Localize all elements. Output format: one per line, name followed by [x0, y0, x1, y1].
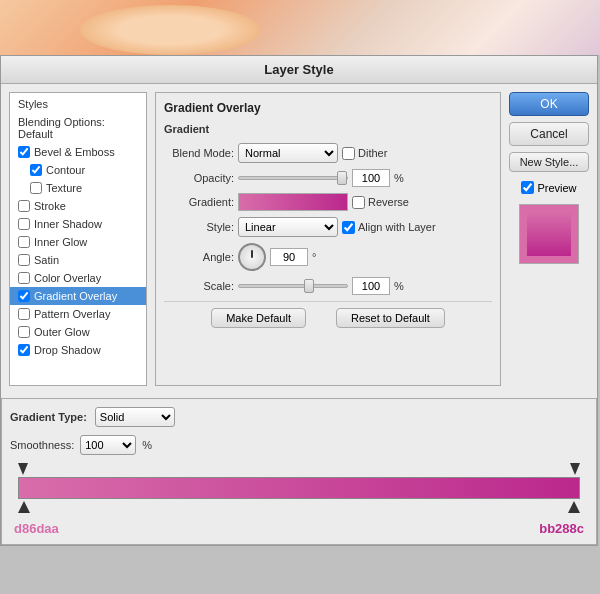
scale-label: Scale: [164, 280, 234, 292]
sidebar-item-contour[interactable]: Contour [10, 161, 146, 179]
sidebar-item-color-overlay[interactable]: Color Overlay [10, 269, 146, 287]
gradient-overlay-panel: Gradient Overlay Gradient Blend Mode: No… [155, 92, 501, 386]
contour-checkbox[interactable] [30, 164, 42, 176]
style-select[interactable]: Linear Radial Angle [238, 217, 338, 237]
scale-slider-container [238, 284, 348, 288]
texture-checkbox[interactable] [30, 182, 42, 194]
sidebar-item-texture[interactable]: Texture [10, 179, 146, 197]
satin-checkbox[interactable] [18, 254, 30, 266]
style-label: Style: [164, 221, 234, 233]
align-with-layer-checkbox[interactable] [342, 221, 355, 234]
dither-checkbox[interactable] [342, 147, 355, 160]
bevel-emboss-checkbox[interactable] [18, 146, 30, 158]
angle-label: Angle: [164, 251, 234, 263]
drop-shadow-checkbox[interactable] [18, 344, 30, 356]
stroke-label: Stroke [34, 200, 66, 212]
gradient-editor-panel: Gradient Type: Solid Noise Smoothness: 1… [1, 398, 597, 545]
gradient-preview[interactable] [238, 193, 348, 211]
opacity-field[interactable] [352, 169, 390, 187]
reverse-checkbox[interactable] [352, 196, 365, 209]
sidebar-item-outer-glow[interactable]: Outer Glow [10, 323, 146, 341]
sidebar-item-satin[interactable]: Satin [10, 251, 146, 269]
gradient-type-label: Gradient Type: [10, 411, 87, 423]
stop-marker-bottom-left[interactable] [18, 501, 30, 513]
layer-style-dialog: Layer Style Styles Blending Options: Def… [0, 55, 598, 546]
scale-percent: % [394, 280, 404, 292]
smoothness-row: Smoothness: 100 75 50 % [10, 435, 588, 455]
main-content-area: Gradient Overlay Gradient Blend Mode: No… [155, 92, 501, 386]
gradient-stop-top [18, 463, 580, 475]
top-image-decoration [0, 0, 600, 55]
inner-glow-label: Inner Glow [34, 236, 87, 248]
gradient-editor-header: Gradient Type: Solid Noise [10, 407, 588, 427]
gradient-overlay-checkbox[interactable] [18, 290, 30, 302]
align-with-layer-label: Align with Layer [342, 221, 436, 234]
layer-preview-inner [527, 212, 571, 256]
cancel-button[interactable]: Cancel [509, 122, 589, 146]
preview-checkbox[interactable] [521, 181, 534, 194]
smoothness-select[interactable]: 100 75 50 [80, 435, 136, 455]
sidebar-item-gradient-overlay[interactable]: Gradient Overlay [10, 287, 146, 305]
blend-mode-select[interactable]: Normal Multiply Screen [238, 143, 338, 163]
sidebar-item-pattern-overlay[interactable]: Pattern Overlay [10, 305, 146, 323]
gradient-type-select[interactable]: Solid Noise [95, 407, 175, 427]
scale-slider[interactable] [238, 284, 348, 288]
sidebar-item-stroke[interactable]: Stroke [10, 197, 146, 215]
texture-label: Texture [46, 182, 82, 194]
sidebar-item-inner-shadow[interactable]: Inner Shadow [10, 215, 146, 233]
smoothness-label: Smoothness: [10, 439, 74, 451]
gradient-stop-bottom [18, 501, 580, 515]
gradient-bar[interactable] [18, 477, 580, 499]
sidebar-item-inner-glow[interactable]: Inner Glow [10, 233, 146, 251]
pattern-overlay-label: Pattern Overlay [34, 308, 110, 320]
opacity-slider[interactable] [238, 176, 348, 180]
ok-button[interactable]: OK [509, 92, 589, 116]
right-buttons-panel: OK Cancel New Style... Preview [509, 92, 589, 386]
scale-row: Scale: % [164, 277, 492, 295]
opacity-row: Opacity: % [164, 169, 492, 187]
gradient-label: Gradient: [164, 196, 234, 208]
dialog-title: Layer Style [1, 56, 597, 84]
layer-preview-box [519, 204, 579, 264]
sidebar-item-drop-shadow[interactable]: Drop Shadow [10, 341, 146, 359]
preview-row: Preview [509, 181, 589, 194]
inner-shadow-checkbox[interactable] [18, 218, 30, 230]
sidebar-item-blending-options[interactable]: Blending Options: Default [10, 113, 146, 143]
stop-marker-top-left[interactable] [18, 463, 28, 475]
title-text: Layer Style [264, 62, 333, 77]
drop-shadow-label: Drop Shadow [34, 344, 101, 356]
color-label-right: bb288c [539, 521, 584, 536]
angle-dial[interactable] [238, 243, 266, 271]
scale-field[interactable] [352, 277, 390, 295]
bottom-buttons-row: Make Default Reset to Default [164, 301, 492, 332]
bevel-emboss-label: Bevel & Emboss [34, 146, 115, 158]
stop-marker-top-right[interactable] [570, 463, 580, 475]
gradient-overlay-label: Gradient Overlay [34, 290, 117, 302]
preview-label: Preview [537, 182, 576, 194]
dialog-body: Styles Blending Options: Default Bevel &… [1, 84, 597, 394]
new-style-button[interactable]: New Style... [509, 152, 589, 172]
stroke-checkbox[interactable] [18, 200, 30, 212]
reverse-label: Reverse [352, 196, 409, 209]
color-overlay-checkbox[interactable] [18, 272, 30, 284]
pattern-overlay-checkbox[interactable] [18, 308, 30, 320]
contour-label: Contour [46, 164, 85, 176]
outer-glow-checkbox[interactable] [18, 326, 30, 338]
gradient-bar-area [18, 463, 580, 515]
reset-to-default-button[interactable]: Reset to Default [336, 308, 445, 328]
styles-sidebar: Styles Blending Options: Default Bevel &… [9, 92, 147, 386]
sidebar-item-bevel-emboss[interactable]: Bevel & Emboss [10, 143, 146, 161]
gradient-row: Gradient: Reverse [164, 193, 492, 211]
opacity-label: Opacity: [164, 172, 234, 184]
make-default-button[interactable]: Make Default [211, 308, 306, 328]
inner-glow-checkbox[interactable] [18, 236, 30, 248]
color-label-left: d86daa [14, 521, 59, 536]
angle-field[interactable] [270, 248, 308, 266]
stop-marker-bottom-right[interactable] [568, 501, 580, 513]
blend-mode-label: Blend Mode: [164, 147, 234, 159]
panel-inner-title: Gradient [164, 123, 492, 135]
angle-symbol: ° [312, 251, 316, 263]
blending-options-label: Blending Options: Default [18, 116, 138, 140]
panel-title: Gradient Overlay [164, 101, 492, 115]
inner-shadow-label: Inner Shadow [34, 218, 102, 230]
